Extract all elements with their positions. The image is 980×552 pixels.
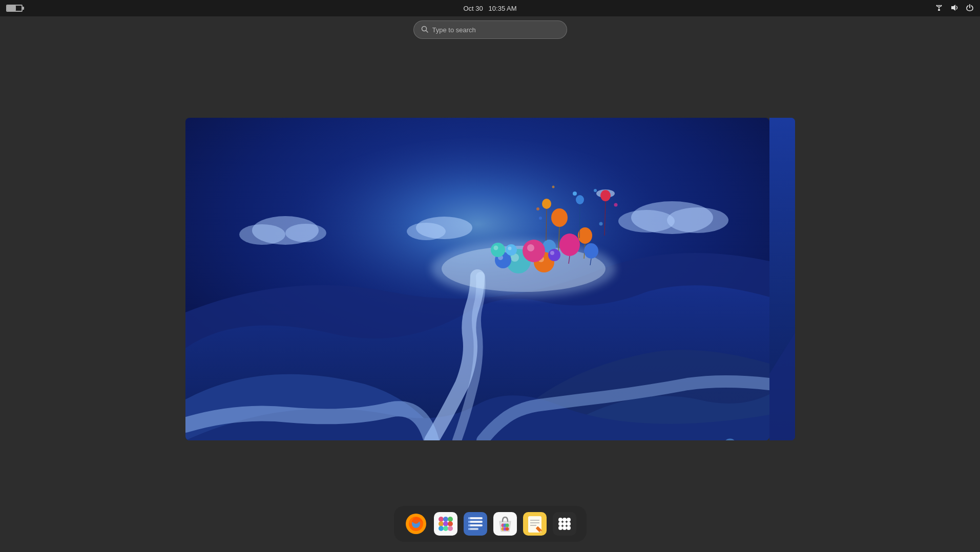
svg-rect-4: [938, 9, 940, 11]
search-icon: [421, 26, 428, 34]
search-input[interactable]: [432, 26, 559, 34]
svg-point-41: [552, 186, 554, 188]
top-bar-center: Oct 30 10:35 AM: [463, 5, 516, 12]
svg-point-67: [448, 517, 453, 522]
svg-point-102: [562, 522, 567, 526]
svg-point-103: [567, 522, 571, 526]
svg-line-7: [426, 30, 428, 32]
search-bar-container: [413, 16, 567, 39]
files-dock-item[interactable]: [462, 510, 489, 538]
svg-point-21: [551, 208, 568, 227]
svg-point-40: [594, 189, 597, 192]
svg-point-16: [407, 223, 446, 240]
svg-point-69: [443, 521, 448, 526]
svg-point-105: [562, 526, 567, 530]
svg-point-57: [508, 247, 511, 250]
svg-point-42: [539, 217, 542, 220]
svg-rect-79: [468, 517, 470, 519]
date-label: Oct 30: [463, 5, 483, 12]
svg-point-53: [493, 246, 498, 250]
svg-rect-74: [464, 512, 487, 536]
time-label: 10:35 AM: [489, 5, 517, 12]
svg-point-13: [239, 224, 285, 245]
battery-indicator: [6, 5, 23, 12]
svg-rect-77: [468, 524, 483, 526]
svg-rect-81: [468, 524, 470, 526]
svg-point-56: [506, 244, 517, 256]
svg-point-68: [439, 521, 444, 526]
wallpaper-preview-main: fedora: [185, 118, 769, 440]
svg-point-43: [599, 222, 602, 226]
svg-point-71: [439, 526, 444, 531]
svg-rect-80: [468, 521, 470, 523]
power-icon[interactable]: [966, 4, 974, 13]
svg-point-37: [573, 192, 577, 196]
svg-point-72: [443, 526, 448, 531]
svg-rect-75: [468, 517, 483, 519]
svg-point-106: [567, 526, 571, 530]
battery-icon: [6, 5, 23, 12]
app-store-dock-item[interactable]: [491, 510, 519, 538]
volume-icon[interactable]: [950, 4, 958, 13]
datetime-display: Oct 30 10:35 AM: [463, 5, 516, 12]
network-icon[interactable]: [935, 4, 943, 13]
svg-point-101: [558, 522, 562, 526]
workspace-area: fedora: [0, 16, 980, 552]
svg-point-70: [448, 521, 453, 526]
svg-point-23: [578, 227, 592, 244]
svg-point-52: [491, 243, 505, 257]
svg-point-55: [550, 251, 554, 255]
dock: [394, 506, 587, 542]
svg-point-86: [505, 524, 509, 527]
app-grid-dock-item[interactable]: [551, 510, 578, 538]
workspace-right-partial: [769, 118, 795, 440]
svg-point-89: [505, 527, 509, 531]
svg-point-27: [584, 243, 598, 259]
svg-point-98: [558, 518, 562, 522]
svg-point-19: [667, 207, 728, 233]
top-bar-right[interactable]: [935, 4, 974, 13]
svg-point-104: [558, 526, 562, 530]
svg-point-73: [448, 526, 453, 531]
svg-point-66: [443, 517, 448, 522]
svg-point-39: [614, 203, 617, 207]
firefox-dock-item[interactable]: [402, 510, 430, 538]
svg-marker-5: [951, 5, 955, 11]
svg-point-14: [285, 224, 326, 242]
svg-point-33: [542, 199, 551, 209]
svg-rect-76: [468, 521, 483, 523]
svg-point-25: [559, 233, 580, 256]
top-bar-left: [6, 5, 23, 12]
svg-point-38: [536, 207, 539, 210]
svg-point-49: [527, 244, 534, 251]
editor-dock-item[interactable]: [521, 510, 549, 538]
svg-point-1: [939, 5, 940, 6]
top-bar: Oct 30 10:35 AM: [0, 0, 980, 16]
svg-point-35: [576, 195, 584, 204]
svg-rect-82: [468, 528, 470, 530]
search-bar[interactable]: [413, 20, 567, 39]
svg-point-18: [618, 210, 675, 232]
svg-point-31: [600, 190, 611, 201]
svg-point-48: [523, 240, 545, 262]
svg-point-100: [567, 518, 571, 522]
svg-point-54: [548, 249, 560, 261]
svg-point-65: [439, 517, 444, 522]
gnome-software-dock-item[interactable]: [432, 510, 460, 538]
svg-point-99: [562, 518, 567, 522]
